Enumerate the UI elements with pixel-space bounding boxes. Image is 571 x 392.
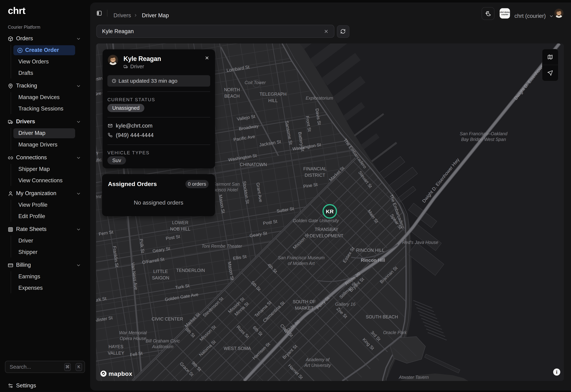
- svg-text:SOUTH OF: SOUTH OF: [293, 299, 316, 304]
- svg-text:ent: ent: [96, 194, 101, 199]
- svg-text:TRANSBAY: TRANSBAY: [315, 227, 339, 232]
- svg-text:BEACH: BEACH: [224, 94, 240, 98]
- svg-text:LITTLE: LITTLE: [153, 269, 168, 274]
- svg-text:Rincon Hill: Rincon Hill: [361, 257, 385, 263]
- svg-text:CIVIC CENTER: CIVIC CENTER: [152, 316, 183, 322]
- svg-text:Academy of: Academy of: [305, 357, 330, 362]
- svg-text:ncisco Hotel: ncisco Hotel: [213, 187, 238, 192]
- svg-text:San Francisco Museum: San Francisco Museum: [278, 255, 325, 260]
- svg-text:HAYES: HAYES: [109, 344, 123, 349]
- svg-text:DEVELOPMENT: DEVELOPMENT: [310, 233, 344, 238]
- svg-text:Fairmont San: Fairmont San: [213, 182, 240, 187]
- svg-text:Art University: Art University: [304, 363, 331, 368]
- svg-text:Coit Tower: Coit Tower: [245, 80, 266, 85]
- svg-text:of Modern Art: of Modern Art: [288, 261, 315, 266]
- svg-text:Golden Gate University: Golden Gate University: [293, 218, 339, 223]
- svg-text:SAIGON: SAIGON: [152, 275, 169, 280]
- svg-text:HILL: HILL: [268, 98, 278, 103]
- svg-text:Red's Java House: Red's Java House: [402, 240, 438, 245]
- svg-text:SOUTH BEACH: SOUTH BEACH: [366, 314, 398, 319]
- svg-text:DISTRICT: DISTRICT: [305, 173, 325, 178]
- svg-text:Bay Bridge West Span: Bay Bridge West Span: [461, 137, 506, 142]
- svg-text:WEST SOMA: WEST SOMA: [224, 346, 251, 351]
- svg-text:MARKET: MARKET: [295, 306, 314, 310]
- svg-text:CHINATOWN: CHINATOWN: [240, 162, 267, 167]
- svg-text:LOWER: LOWER: [172, 220, 188, 225]
- svg-text:FINANCIAL: FINANCIAL: [303, 166, 327, 171]
- svg-text:San Francisco–Oakland: San Francisco–Oakland: [460, 131, 508, 136]
- svg-text:Bill Graham Civic: Bill Graham Civic: [146, 338, 180, 343]
- svg-text:VALLEY: VALLEY: [108, 350, 124, 355]
- svg-text:Exploratorium: Exploratorium: [306, 96, 333, 100]
- svg-text:Atwater Tavern: Atwater Tavern: [398, 375, 429, 380]
- svg-text:TENDERLOIN: TENDERLOIN: [176, 268, 205, 273]
- svg-text:NOB HILL: NOB HILL: [170, 226, 190, 231]
- svg-text:Auditorium: Auditorium: [152, 344, 173, 349]
- svg-text:RINCON HILL: RINCON HILL: [356, 248, 384, 253]
- svg-text:KR: KR: [326, 209, 334, 214]
- svg-text:Oracle Park: Oracle Park: [383, 330, 407, 335]
- svg-text:Toni Rembe Theater: Toni Rembe Theater: [202, 244, 242, 249]
- svg-text:Gallery 16: Gallery 16: [335, 302, 355, 307]
- svg-text:War Memorial: War Memorial: [119, 330, 147, 335]
- svg-text:TELEGRAPH: TELEGRAPH: [259, 92, 286, 97]
- svg-text:Opera House: Opera House: [120, 336, 146, 341]
- svg-text:NORTH: NORTH: [224, 87, 240, 92]
